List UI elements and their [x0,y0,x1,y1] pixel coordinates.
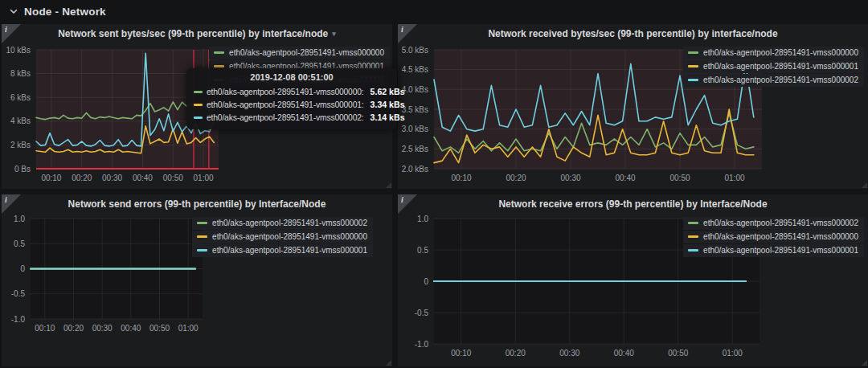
x-axis-tick-label: 00:40 [615,174,635,182]
y-axis-tick-label: 0.5 [14,239,25,248]
y-axis-tick-label: 3.5 kBs [402,105,428,114]
legend-item[interactable]: eth0/aks-agentpool-28951491-vmss000000 [192,231,373,243]
legend-item[interactable]: eth0/aks-agentpool-28951491-vmss000002 [192,217,373,230]
y-axis-tick-label: 4 kBs [10,117,31,125]
legend: eth0/aks-agentpool-28951491-vmss000002et… [683,217,864,258]
legend-label: eth0/aks-agentpool-28951491-vmss000002 [212,219,367,227]
y-axis-tick-label: 1.0 [14,215,25,223]
legend-item[interactable]: eth0/aks-agentpool-28951491-vmss000001 [683,60,864,73]
tooltip-series-label: eth0/aks-agentpool-28951491-vmss000000: [207,88,364,96]
tooltip-series-value: 3.14 kBs [364,112,405,122]
tooltip-series-row: eth0/aks-agentpool-28951491-vmss000000:5… [194,85,390,98]
legend-item[interactable]: eth0/aks-agentpool-28951491-vmss000000 [683,47,864,59]
panel-title[interactable]: Network receive errors (99-th percentile… [398,198,868,210]
panel-resize-handle[interactable] [386,360,391,366]
x-axis-tick-label: 00:40 [121,324,141,333]
series-color-dash-icon [688,235,698,238]
x-axis-tick-label: 01:00 [178,324,199,333]
legend-item[interactable]: eth0/aks-agentpool-28951491-vmss000002 [683,74,864,87]
x-axis-tick-label: 00:50 [668,349,688,358]
section-title: Node - Network [24,6,106,18]
x-axis-tick-label: 01:00 [194,174,214,182]
x-axis-tick-label: 00:10 [451,349,471,358]
panel-resize-handle[interactable] [862,182,867,188]
panel-info-icon[interactable] [2,194,21,214]
legend-item[interactable]: eth0/aks-agentpool-28951491-vmss000002 [683,217,864,230]
x-axis-tick-label: 00:30 [102,174,122,182]
x-axis-tick-label: 01:00 [724,174,744,182]
x-axis-tick-label: 00:20 [506,349,526,358]
legend-label: eth0/aks-agentpool-28951491-vmss000000 [212,232,367,241]
y-axis-tick-label: 1.0 [417,215,428,223]
series-color-dash-icon [194,117,203,119]
section-row-header[interactable]: Node - Network [0,0,868,22]
y-axis-tick-label: 8 kBs [10,69,31,78]
y-axis-tick-label: 10 kBs [6,46,31,55]
legend-label: eth0/aks-agentpool-28951491-vmss000001 [703,246,858,255]
x-axis-tick-label: 00:50 [149,324,170,333]
panel-info-icon[interactable] [398,194,417,214]
y-axis-tick-label: -1.0 [11,315,26,324]
tooltip-series-row: eth0/aks-agentpool-28951491-vmss000001:3… [194,98,390,111]
panel-network-received-bytes: Network received bytes/sec (99-th percen… [398,24,868,189]
legend-item[interactable]: eth0/aks-agentpool-28951491-vmss000000 [683,231,864,243]
series-color-dash-icon [688,65,698,67]
chevron-down-icon [8,6,19,17]
panel-menu-caret-icon: ▾ [332,30,336,38]
panel-info-icon[interactable] [398,24,417,43]
y-axis-tick-label: 2 kBs [10,141,31,149]
tooltip-series-row: eth0/aks-agentpool-28951491-vmss000002:3… [194,111,390,124]
x-axis-tick-label: 00:50 [669,174,690,182]
legend-item[interactable]: eth0/aks-agentpool-28951491-vmss000000 [209,47,390,59]
series-color-dash-icon [197,235,207,238]
x-axis-tick-label: 00:30 [92,324,113,333]
y-axis-tick-label: 2.5 kBs [402,145,428,153]
series-color-dash-icon [214,51,224,54]
series-color-dash-icon [197,249,207,251]
y-axis-tick-label: 0 [424,277,428,286]
panel-resize-handle[interactable] [386,182,391,188]
y-axis-tick-label: 6 kBs [10,93,31,102]
series-color-dash-icon [194,91,203,93]
y-axis-tick-label: -1.0 [415,340,429,349]
x-axis-tick-label: 00:10 [451,174,471,182]
series-color-dash-icon [214,65,224,67]
legend-label: eth0/aks-agentpool-28951491-vmss000001 [703,62,858,71]
legend: eth0/aks-agentpool-28951491-vmss000000et… [683,47,864,88]
y-axis-tick-label: 5.0 kBs [402,46,428,55]
legend-item[interactable]: eth0/aks-agentpool-28951491-vmss000001 [192,244,373,257]
y-axis-tick-label: 0.5 [417,246,428,255]
panel-resize-handle[interactable] [862,360,867,366]
tooltip-series-label: eth0/aks-agentpool-28951491-vmss000001: [207,100,364,109]
legend-label: eth0/aks-agentpool-28951491-vmss000000 [703,232,858,241]
x-axis-tick-label: 01:00 [723,349,743,358]
panel-network-send-errors: Network send errors (99-th percentile) b… [2,194,392,366]
y-axis-tick-label: 3.0 kBs [402,125,428,133]
legend-label: eth0/aks-agentpool-28951491-vmss000002 [703,76,858,84]
x-axis-tick-label: 00:30 [559,349,579,358]
panel-info-icon[interactable] [2,24,21,43]
tooltip-series-label: eth0/aks-agentpool-28951491-vmss000002: [207,113,364,122]
y-axis-tick-label: -0.5 [415,309,429,317]
x-axis-tick-label: 00:20 [72,174,92,182]
y-axis-tick-label: 2.0 kBs [402,165,428,174]
y-axis-tick-label: 0 [20,264,25,273]
series-color-dash-icon [194,104,203,106]
tooltip-series-value: 3.34 kBs [364,100,405,109]
panel-title[interactable]: Network send errors (99-th percentile) b… [2,198,392,210]
x-axis-tick-label: 00:40 [614,349,634,358]
x-axis-tick-label: 00:30 [560,174,580,182]
panel-network-receive-errors: Network receive errors (99-th percentile… [398,194,868,366]
legend-label: eth0/aks-agentpool-28951491-vmss000000 [229,48,384,57]
y-axis-tick-label: -0.5 [11,289,26,298]
x-axis-tick-label: 00:10 [41,174,61,182]
x-axis-tick-label: 00:20 [506,174,526,182]
tooltip-rows: eth0/aks-agentpool-28951491-vmss000000:5… [194,85,390,124]
panel-title[interactable]: Network received bytes/sec (99-th percen… [398,28,868,39]
legend-item[interactable]: eth0/aks-agentpool-28951491-vmss000001 [683,244,864,257]
x-axis-tick-label: 00:20 [63,324,84,333]
x-axis-tick-label: 00:40 [133,174,153,182]
legend-label: eth0/aks-agentpool-28951491-vmss000001 [212,246,367,255]
panel-title[interactable]: Network sent bytes/sec (99-th percentile… [2,28,392,39]
y-axis-tick-label: 0 Bs [14,165,31,174]
